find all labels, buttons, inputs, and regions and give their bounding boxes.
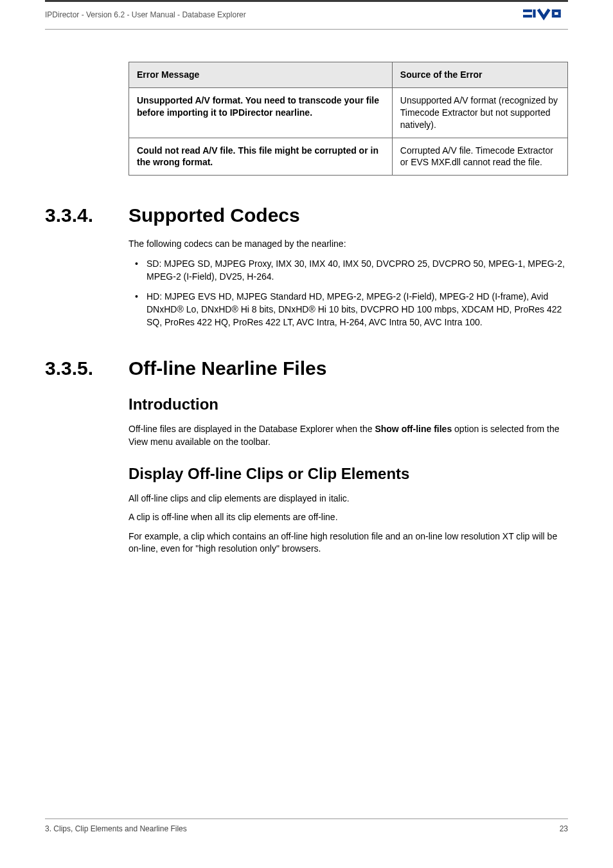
svg-rect-6 [558,12,561,15]
cell-error-msg: Unsupported A/V format. You need to tran… [129,87,393,138]
section-title-text: Supported Codecs [129,204,300,226]
svg-rect-4 [552,12,555,15]
col-header-error: Error Message [129,62,393,88]
table-row: Unsupported A/V format. You need to tran… [129,87,568,138]
footer-page-number: 23 [560,824,568,833]
section-title-text: Off-line Nearline Files [129,357,326,379]
table-row: Could not read A/V file. This file might… [129,138,568,176]
page-footer: 3. Clips, Clip Elements and Nearline Fil… [45,818,568,833]
svg-rect-1 [523,15,532,17]
table-header-row: Error Message Source of the Error [129,62,568,88]
section-334-intro: The following codecs can be managed by t… [129,238,568,251]
list-item: HD: MJPEG EVS HD, MJPEG Standard HD, MPE… [129,290,568,329]
section-number: 3.3.5. [45,357,129,379]
page-header: IPDirector - Version 6.2 - User Manual -… [45,2,568,28]
cell-error-msg: Could not read A/V file. This file might… [129,138,393,176]
svg-rect-0 [523,10,532,12]
svg-rect-2 [533,10,535,18]
col-header-source: Source of the Error [392,62,567,88]
breadcrumb: IPDirector - Version 6.2 - User Manual -… [45,10,246,19]
section-334-heading: 3.3.4. Supported Codecs [45,204,568,226]
evs-logo [523,6,568,24]
list-item: SD: MJPEG SD, MJPEG Proxy, IMX 30, IMX 4… [129,257,568,284]
introduction-heading: Introduction [129,395,568,413]
svg-rect-5 [552,15,561,17]
cell-error-source: Corrupted A/V file. Timecode Extractor o… [392,138,567,176]
footer-left: 3. Clips, Clip Elements and Nearline Fil… [45,824,187,833]
display-paragraph: A clip is off-line when all its clip ele… [129,511,568,524]
cell-error-source: Unsupported A/V format (recognized by Ti… [392,87,567,138]
page-body: Error Message Source of the Error Unsupp… [0,30,613,859]
introduction-paragraph: Off-line files are displayed in the Data… [129,423,568,448]
codec-list: SD: MJPEG SD, MJPEG Proxy, IMX 30, IMX 4… [129,257,568,329]
display-paragraph: All off-line clips and clip elements are… [129,493,568,505]
display-heading: Display Off-line Clips or Clip Elements [129,465,568,483]
section-335-heading: 3.3.5. Off-line Nearline Files [45,357,568,379]
display-paragraph: For example, a clip which contains an of… [129,530,568,556]
section-number: 3.3.4. [45,204,129,226]
svg-rect-3 [552,10,561,12]
error-table: Error Message Source of the Error Unsupp… [129,62,568,176]
